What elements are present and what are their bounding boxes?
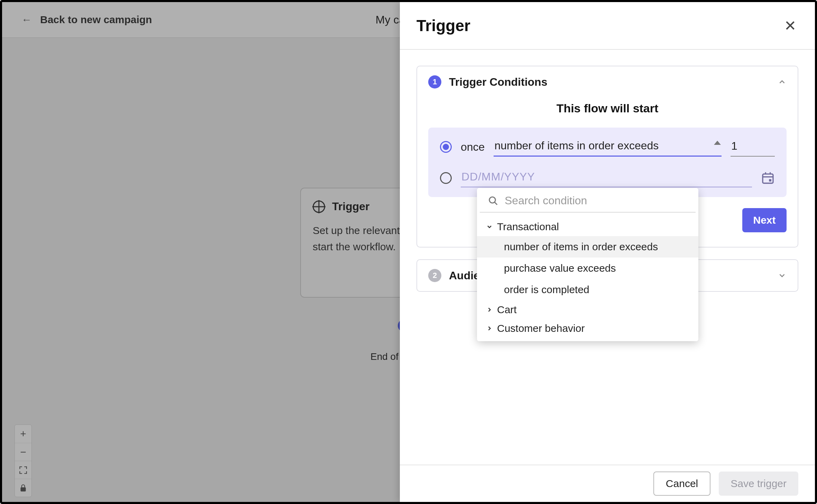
dropdown-group-cart-header[interactable]: Cart [477, 300, 698, 319]
save-trigger-button[interactable]: Save trigger [719, 472, 798, 496]
radio-once[interactable] [440, 141, 452, 153]
date-input[interactable]: DD/MM/YYYY [461, 168, 752, 187]
condition-box: once number of items in order exceeds 1 … [428, 128, 787, 197]
dropdown-item-number-of-items[interactable]: number of items in order exceeds [477, 236, 698, 258]
condition-number-input[interactable]: 1 [731, 138, 775, 157]
trigger-panel: Trigger ✕ 1 Trigger Conditions This flow… [400, 2, 815, 502]
dropdown-item-order-completed[interactable]: order is completed [477, 279, 698, 300]
dropdown-group-customer-behavior-header[interactable]: Customer behavior [477, 319, 698, 338]
trigger-conditions-header[interactable]: 1 Trigger Conditions [417, 66, 798, 97]
condition-select[interactable]: number of items in order exceeds [494, 137, 722, 157]
dropdown-item-purchase-value[interactable]: purchase value exceeds [477, 258, 698, 279]
condition-select-value: number of items in order exceeds [494, 139, 659, 152]
panel-title: Trigger [416, 16, 470, 35]
dropdown-group-transactional-header[interactable]: Transactional [477, 217, 698, 236]
next-button[interactable]: Next [742, 208, 787, 232]
trigger-conditions-title: Trigger Conditions [449, 76, 770, 88]
chevron-right-icon [486, 325, 493, 332]
dropdown-group-cart-label: Cart [497, 304, 517, 316]
dropdown-group-customer-behavior-label: Customer behavior [497, 323, 585, 334]
dropdown-group-transactional-label: Transactional [497, 221, 559, 233]
radio-once-label: once [461, 141, 485, 153]
chevron-down-icon [486, 223, 493, 230]
step-1-badge: 1 [428, 75, 441, 88]
chevron-up-icon [778, 77, 787, 86]
flow-start-label: This flow will start [417, 102, 798, 115]
dropdown-group-transactional: Transactional number of items in order e… [477, 213, 698, 300]
condition-date-row: DD/MM/YYYY [440, 168, 775, 187]
cancel-button[interactable]: Cancel [653, 472, 710, 496]
chevron-down-icon [778, 271, 787, 280]
panel-header: Trigger ✕ [400, 2, 815, 50]
close-button[interactable]: ✕ [782, 17, 798, 34]
condition-once-row: once number of items in order exceeds 1 [440, 137, 775, 157]
svg-rect-1 [763, 174, 773, 183]
calendar-icon[interactable] [761, 171, 775, 185]
caret-up-icon [714, 141, 721, 145]
condition-dropdown: Search condition Transactional number of… [477, 188, 698, 341]
chevron-right-icon [486, 306, 493, 313]
dropdown-search-input[interactable]: Search condition [505, 194, 687, 207]
radio-date[interactable] [440, 172, 452, 184]
panel-body: 1 Trigger Conditions This flow will star… [400, 50, 815, 465]
step-2-badge: 2 [428, 269, 441, 282]
dropdown-search-row: Search condition [480, 188, 696, 213]
svg-point-6 [489, 197, 496, 203]
svg-rect-5 [769, 179, 771, 181]
search-icon [488, 196, 498, 206]
svg-line-7 [495, 202, 497, 205]
panel-footer: Cancel Save trigger [400, 465, 815, 502]
